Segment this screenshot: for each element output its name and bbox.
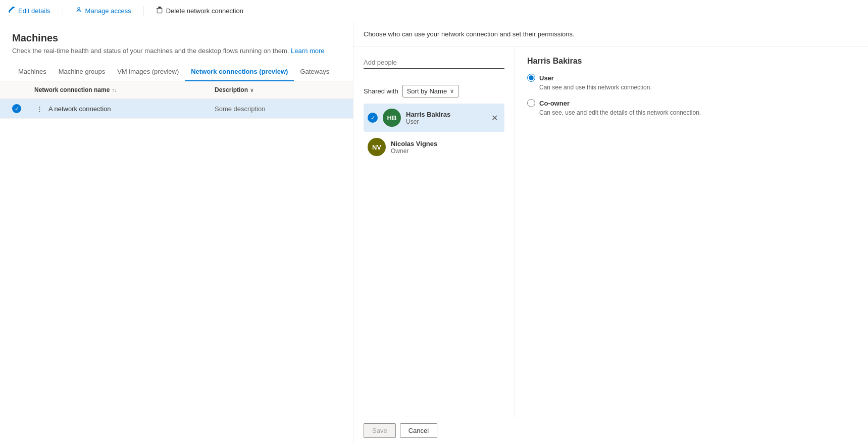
row-name-text: A network connection bbox=[48, 105, 111, 113]
toolbar-divider-1 bbox=[63, 6, 63, 16]
edit-details-button[interactable]: Edit details bbox=[8, 7, 50, 15]
sort-icons: ↑↓ bbox=[112, 87, 117, 93]
manage-access-label: Manage access bbox=[85, 7, 131, 15]
permission-coowner-radio[interactable] bbox=[527, 99, 535, 107]
permission-user-option: User Can see and use this network connec… bbox=[527, 74, 856, 91]
user-info-nicolas: Nicolas Vignes Owner bbox=[391, 140, 500, 155]
permission-coowner-option: Co-owner Can see, use and edit the detai… bbox=[527, 99, 856, 116]
permission-user-row: User bbox=[527, 74, 856, 82]
user-item-nicolas[interactable]: NV Nicolas Vignes Owner bbox=[364, 133, 504, 161]
tab-machine-groups[interactable]: Machine groups bbox=[53, 63, 112, 81]
user-item-harris[interactable]: ✓ HB Harris Bakiras User ✕ bbox=[364, 104, 504, 132]
user-role-nicolas: Owner bbox=[391, 147, 500, 155]
toolbar-divider-2 bbox=[143, 6, 144, 16]
main-layout: Machines Check the real-time health and … bbox=[0, 22, 868, 444]
permission-coowner-row: Co-owner bbox=[527, 99, 856, 107]
sort-dropdown-label: Sort by Name bbox=[407, 87, 447, 95]
shared-with-label: Shared with bbox=[364, 87, 398, 95]
tab-network-connections[interactable]: Network connections (preview) bbox=[185, 63, 294, 81]
panel-description: Choose who can use your network connecti… bbox=[353, 22, 868, 46]
left-panel-header: Machines Check the real-time health and … bbox=[0, 22, 353, 63]
selected-indicator: ✓ bbox=[368, 113, 378, 123]
delete-label: Delete network connection bbox=[166, 7, 243, 15]
cancel-button[interactable]: Cancel bbox=[400, 423, 437, 438]
edit-details-label: Edit details bbox=[18, 7, 50, 15]
user-info-harris: Harris Bakiras User bbox=[406, 111, 483, 125]
right-panel: Choose who can use your network connecti… bbox=[353, 22, 868, 444]
page-description-text: Check the real-time health and status of… bbox=[12, 47, 289, 55]
desc-sort-icon: ∨ bbox=[250, 87, 253, 93]
edit-icon bbox=[8, 7, 15, 15]
avatar-nv: NV bbox=[368, 138, 386, 156]
permission-user-radio[interactable] bbox=[527, 74, 535, 82]
shared-with-row: Shared with Sort by Name ∨ bbox=[364, 85, 504, 97]
user-name-nicolas: Nicolas Vignes bbox=[391, 140, 500, 147]
tab-machines[interactable]: Machines bbox=[12, 63, 53, 81]
learn-more-link[interactable]: Learn more bbox=[291, 47, 324, 55]
user-list: ✓ HB Harris Bakiras User ✕ NV bbox=[364, 104, 504, 161]
page-description: Check the real-time health and status of… bbox=[12, 47, 341, 55]
row-name: ⋮ A network connection bbox=[34, 105, 215, 113]
user-role-harris: User bbox=[406, 118, 483, 125]
permission-user-label: User bbox=[539, 74, 554, 82]
table-header: Network connection name ↑↓ Description ∨ bbox=[0, 81, 353, 99]
access-right-panel: Harris Bakiras User Can see and use this… bbox=[515, 46, 868, 417]
checked-indicator: ✓ bbox=[12, 104, 21, 113]
left-panel: Machines Check the real-time health and … bbox=[0, 22, 353, 444]
add-people-container bbox=[364, 57, 504, 77]
toolbar: Edit details Manage access Delete networ… bbox=[0, 0, 868, 22]
manage-access-icon bbox=[75, 7, 82, 15]
tab-gateways[interactable]: Gateways bbox=[294, 63, 335, 81]
sort-dropdown[interactable]: Sort by Name ∨ bbox=[402, 85, 458, 97]
col-desc-label: Description bbox=[215, 86, 248, 93]
close-button-harris[interactable]: ✕ bbox=[488, 112, 500, 124]
access-left-panel: Shared with Sort by Name ∨ ✓ HB bbox=[353, 46, 515, 417]
row-checkbox: ✓ bbox=[12, 104, 34, 113]
delete-button[interactable]: Delete network connection bbox=[156, 7, 243, 15]
table-area: Network connection name ↑↓ Description ∨… bbox=[0, 81, 353, 444]
avatar-initials-nv: NV bbox=[372, 143, 381, 151]
add-people-input[interactable] bbox=[364, 57, 504, 69]
tabs-bar: Machines Machine groups VM images (previ… bbox=[0, 63, 353, 81]
page-title: Machines bbox=[12, 32, 341, 44]
user-name-harris: Harris Bakiras bbox=[406, 111, 483, 118]
row-dots[interactable]: ⋮ bbox=[36, 105, 43, 113]
row-desc: Some description bbox=[215, 105, 341, 113]
delete-icon bbox=[156, 7, 163, 15]
permission-coowner-label: Co-owner bbox=[539, 100, 570, 107]
avatar-hb: HB bbox=[383, 109, 401, 127]
avatar-initials-hb: HB bbox=[387, 114, 397, 122]
tab-vm-images[interactable]: VM images (preview) bbox=[111, 63, 185, 81]
col-name-header[interactable]: Network connection name ↑↓ bbox=[34, 86, 215, 93]
chevron-down-icon: ∨ bbox=[450, 88, 454, 94]
permission-user-desc: Can see and use this network connection. bbox=[527, 84, 856, 91]
save-button[interactable]: Save bbox=[364, 423, 396, 438]
manage-access-button[interactable]: Manage access bbox=[75, 7, 131, 15]
col-name-label: Network connection name bbox=[34, 86, 110, 93]
action-bar: Save Cancel bbox=[353, 417, 868, 444]
table-row[interactable]: ✓ ⋮ A network connection Some descriptio… bbox=[0, 99, 353, 119]
access-layout: Shared with Sort by Name ∨ ✓ HB bbox=[353, 46, 868, 417]
col-desc-header[interactable]: Description ∨ bbox=[215, 86, 341, 93]
permissions-title: Harris Bakiras bbox=[527, 57, 856, 66]
permission-coowner-desc: Can see, use and edit the details of thi… bbox=[527, 109, 856, 116]
